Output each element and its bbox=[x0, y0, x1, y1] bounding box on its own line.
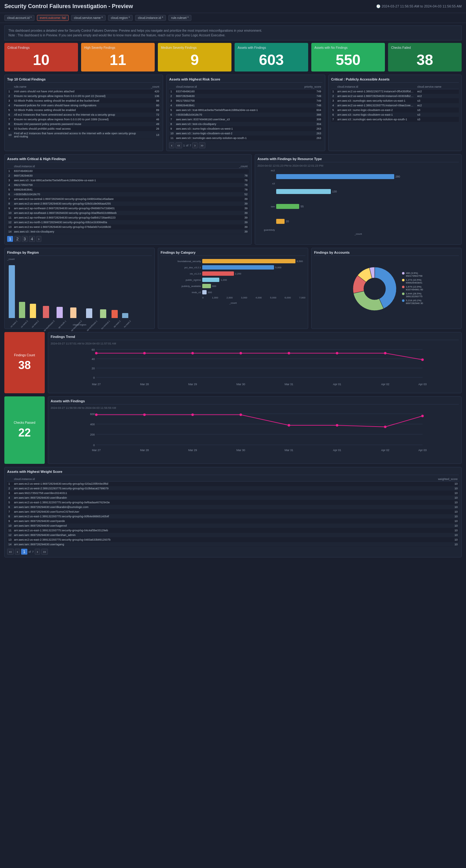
bar-val: 130 bbox=[332, 190, 337, 193]
svg-point-11 bbox=[239, 352, 242, 354]
svg-text:Mar 29: Mar 29 bbox=[188, 383, 197, 386]
donut-svg bbox=[350, 264, 400, 314]
region-bar-group: ap-southeast-2 bbox=[66, 307, 81, 322]
assets-findings-subtitle: 2024-03-27 11:56:59 AM to 2024-04-03 11:… bbox=[51, 406, 459, 409]
card-title: Assets with Findings bbox=[238, 46, 305, 50]
svg-text:60: 60 bbox=[92, 348, 95, 351]
region-bar bbox=[111, 310, 118, 318]
category-chart: foundational_security 6,500pci_dss_v3.2.… bbox=[161, 258, 305, 300]
table-row: 10 Find all ec2 instances that have unre… bbox=[7, 131, 160, 139]
svg-text:Apr 01: Apr 01 bbox=[333, 448, 341, 452]
summary-card: Checks Failed 38 bbox=[388, 43, 462, 71]
cat-bar bbox=[202, 271, 234, 276]
svg-text:Apr 03: Apr 03 bbox=[419, 383, 427, 386]
legend-color bbox=[402, 299, 404, 302]
assets-weight-section: Assets with Highest Weight Score cloud.i… bbox=[4, 467, 462, 557]
filter-chip[interactable]: rule.ruleset * bbox=[168, 15, 191, 21]
cat-label: cis_v1.2.0 bbox=[161, 272, 201, 275]
svg-text:Mar 27: Mar 27 bbox=[92, 448, 101, 452]
table-row: 8 arn:aws:ec2:us-west-2:869728294630:sec… bbox=[7, 202, 249, 206]
table-row: 4 arn:aws:ec2:us-west-1:389132293775:ins… bbox=[331, 103, 459, 108]
table-row: 12 arn:aws:ec2:eu-north-1:869728294630:s… bbox=[7, 220, 249, 225]
svg-text:Mar 28: Mar 28 bbox=[140, 383, 149, 386]
svg-text:0: 0 bbox=[93, 376, 95, 379]
top10-critical-panel: Top 10 Critical Findings rule.name _coun… bbox=[4, 74, 163, 151]
category-x-labels: 01,0002,0003,0004,0005,0006,0007,000 bbox=[161, 296, 305, 299]
table-row: 11 arn:aws:ec2:us-east-1:389132293775:se… bbox=[7, 528, 459, 533]
top10-critical-table: rule.name _count 1 IAM users should not … bbox=[7, 85, 160, 139]
table-row: 1 arn:aws:ec2:us-west-1:869728294630:sec… bbox=[7, 482, 459, 486]
bar-val: 280 bbox=[396, 175, 400, 178]
findings-resource-subtitle: 2024-04-02 12:01:23 PM to 2024-04-03 12:… bbox=[258, 164, 459, 167]
region-bar-group: eu-central-1 bbox=[97, 309, 109, 322]
page-header: Security Control Failures Investigation … bbox=[0, 0, 466, 13]
legend-text: 1,274 (10.5%) 699926463841 bbox=[406, 279, 422, 284]
table-row: 7 arn:aws:s3:::sumologic-aws-security-so… bbox=[331, 117, 459, 122]
cat-val: 1,200 bbox=[221, 279, 227, 281]
table-row: 6 i-00303db2c0418c70 52 bbox=[7, 192, 249, 197]
table-row: 14 arn:aws:iam::869728294630:user/agang … bbox=[7, 542, 459, 547]
bar-fill bbox=[276, 219, 285, 224]
assets-risk-table: cloud.instance.id priority_score 1 83374… bbox=[169, 85, 322, 141]
top-panels-row: Top 10 Critical Findings rule.name _coun… bbox=[4, 74, 462, 151]
filter-chip[interactable]: cloud.account.id * bbox=[4, 15, 34, 21]
table-row: 9 arn:aws:iam::869728294630:user/rpande … bbox=[7, 519, 459, 524]
bar-val: 20 bbox=[286, 220, 289, 223]
category-bar-row: foundational_security 6,500 bbox=[161, 259, 305, 263]
table-row: 2 arn:aws:ec2:us-west-2:389132293775:sec… bbox=[7, 486, 459, 491]
bar-val: 55 bbox=[300, 205, 303, 208]
legend-color bbox=[402, 286, 404, 288]
top10-critical-title: Top 10 Critical Findings bbox=[7, 78, 160, 83]
card-value: 11 bbox=[84, 51, 152, 68]
filter-chip[interactable]: cloud.service.name * bbox=[71, 15, 106, 21]
assets-weight-table: cloud.instance.id weighted_score 1 arn:a… bbox=[7, 477, 459, 547]
table-row: 5 699926463841 78 bbox=[7, 187, 249, 192]
table-row: 7 aws:aws:iam::833749496160:user/clear_s… bbox=[169, 117, 322, 122]
table-row: 6 i-00303db2c0418c70 388 bbox=[169, 113, 322, 117]
table-row: 4 992173502758 78 bbox=[7, 183, 249, 187]
findings-category-title: Findings by Category bbox=[161, 251, 305, 256]
svg-point-10 bbox=[191, 352, 194, 354]
svg-text:Mar 30: Mar 30 bbox=[236, 383, 245, 386]
card-title: Assets with No Findings bbox=[314, 46, 382, 50]
region-bar bbox=[70, 307, 76, 318]
card-title: High Severity Findings bbox=[84, 46, 152, 50]
filter-chip[interactable]: cloud.instance.id * bbox=[135, 15, 166, 21]
table-row: 2 arn:aws:ec2:us-west-1:869728294630:ins… bbox=[331, 94, 459, 98]
region-bar bbox=[30, 304, 36, 318]
svg-text:20: 20 bbox=[92, 367, 95, 370]
filter-chip[interactable]: event.outcome: fail bbox=[37, 15, 69, 21]
summary-card: Assets with Findings 603 bbox=[235, 43, 308, 71]
table-row: 1 arn:aws:ec2:us-west-1:38932293772:inst… bbox=[331, 89, 459, 94]
svg-text:0: 0 bbox=[93, 444, 95, 447]
filter-chip[interactable]: cloud.region * bbox=[108, 15, 133, 21]
resource-y-labels: ec2 s3 iam guardduty bbox=[258, 169, 276, 231]
findings-category-panel: Findings by Category foundational_securi… bbox=[158, 248, 308, 329]
category-bar-row: public_egress 1,200 bbox=[161, 278, 305, 282]
legend-item: 3,444 (28.5%) 389132293775 bbox=[402, 292, 423, 298]
critical-public-panel: Critical : Publicly Accessible Assets cl… bbox=[328, 74, 462, 151]
table-row: 2 869728294630 78 bbox=[7, 174, 249, 178]
card-title: Checks Failed bbox=[391, 46, 459, 50]
region-bar bbox=[57, 307, 63, 318]
table-row: 2 Ensure no security groups allow ingres… bbox=[7, 94, 160, 98]
table-row: 8 aws:aws:s3:::test-cis-cloudquery 304 bbox=[169, 122, 322, 127]
card-title: Medium Severity Findings bbox=[161, 46, 228, 50]
cat-bar bbox=[202, 290, 207, 294]
svg-text:Apr 03: Apr 03 bbox=[419, 448, 427, 452]
legend-color bbox=[402, 292, 404, 295]
category-bar-row: publicly_available 600 bbox=[161, 284, 305, 288]
findings-region-panel: Findings by Region _count us-east-1 us-w… bbox=[4, 248, 155, 329]
table-row: 3 992173502758 749 bbox=[169, 98, 322, 103]
table-row: 10 arn:aws:ec2:ap-southeast-1:8697282946… bbox=[7, 211, 249, 215]
cat-val: 600 bbox=[212, 285, 216, 287]
svg-text:Mar 27: Mar 27 bbox=[92, 383, 101, 386]
findings-region-title: Findings by Region bbox=[7, 251, 152, 256]
card-value: 603 bbox=[238, 51, 305, 68]
table-row: 5 arn:aws:s3:::sumo-logic-cloudsiem-us-e… bbox=[331, 108, 459, 113]
resource-bars: 280 130 55 20 bbox=[276, 169, 459, 231]
cat-bar bbox=[202, 265, 274, 270]
cat-val: 6,500 bbox=[297, 260, 303, 263]
svg-text:Mar 31: Mar 31 bbox=[285, 448, 293, 452]
table-row: 10 aws:aws:s3:::sumo-logic-cloudsiem-us-… bbox=[169, 131, 322, 136]
